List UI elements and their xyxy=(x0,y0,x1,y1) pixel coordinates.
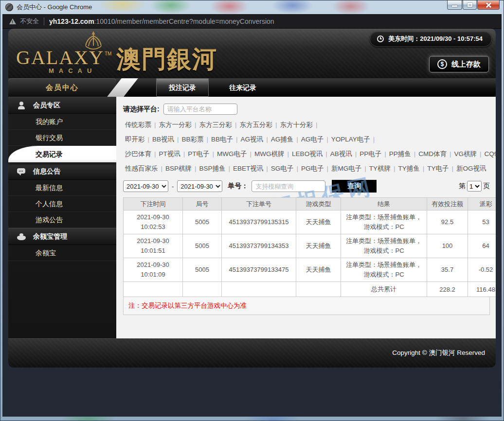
sidebar-item-游戏公告[interactable]: 游戏公告 xyxy=(8,212,116,228)
platform-link[interactable]: MWG电子 xyxy=(217,150,247,158)
platform-link[interactable]: 性感百家乐 xyxy=(125,165,158,172)
tab-投注记录[interactable]: 投注记录 xyxy=(156,78,209,97)
titlebar[interactable]: 会员中心 - Google Chrome xyxy=(0,0,504,14)
platform-link[interactable]: 沙巴体育 xyxy=(125,150,151,158)
platform-link[interactable]: 东方三分彩 xyxy=(199,121,233,128)
deposit-label: 线上存款 xyxy=(451,60,481,69)
online-deposit-button[interactable]: $ 线上存款 xyxy=(429,56,489,72)
platform-link[interactable]: BSP棋牌 xyxy=(165,165,192,172)
site-favicon-icon xyxy=(5,3,13,11)
cell-line: 2021-09-30 xyxy=(126,260,180,270)
sidebar-item-最新信息[interactable]: 最新信息 xyxy=(8,180,116,196)
platform-link[interactable]: TY棋牌 xyxy=(369,165,391,172)
platform-link[interactable]: LEBO视讯 xyxy=(292,150,323,158)
sidebar-item-我的账户[interactable]: 我的账户 xyxy=(8,114,116,130)
address-bar[interactable]: 不安全 yh123-12.com:10010/member/memberCent… xyxy=(2,14,502,29)
page-select[interactable]: 1 xyxy=(467,181,482,192)
platform-link[interactable]: BB视讯 xyxy=(152,136,174,143)
platform-link[interactable]: 新OG视讯 xyxy=(456,165,486,172)
cell-line: 注单类型：场景捕鱼账单， xyxy=(343,212,425,222)
logo-chinese-text: 澳門銀河 xyxy=(116,43,217,76)
platform-link[interactable]: TY捕鱼 xyxy=(398,165,419,172)
platform-link[interactable]: CQ9电子 xyxy=(485,150,496,158)
platform-link[interactable]: PP捕鱼 xyxy=(389,150,411,158)
platform-search-input[interactable] xyxy=(163,104,237,115)
copyright-text: Copyright © 澳门银河 Reserved xyxy=(392,349,485,357)
platform-link[interactable]: AG视讯 xyxy=(241,136,264,143)
cell-line: 35.7 xyxy=(429,265,466,275)
platform-link[interactable]: 东方一分彩 xyxy=(159,121,192,128)
platform-link[interactable]: SG电子 xyxy=(271,165,294,172)
platform-link[interactable]: 东方五分彩 xyxy=(240,121,273,128)
platform-link[interactable]: MWG棋牌 xyxy=(254,150,285,158)
platform-link[interactable]: VG棋牌 xyxy=(454,150,477,158)
platform-link[interactable]: BB彩票 xyxy=(182,136,204,143)
sidebar-section-label: 会员专区 xyxy=(33,101,60,110)
platform-link[interactable]: 传统彩票 xyxy=(125,121,151,128)
platform-link[interactable]: TY电子 xyxy=(427,165,449,172)
sidebar-item-银行交易[interactable]: 银行交易 xyxy=(8,130,116,146)
date-from-select[interactable]: 2021-09-30 xyxy=(123,180,168,192)
table-cell: 5005 xyxy=(183,258,222,282)
sidebar-item-个人信息[interactable]: 个人信息 xyxy=(8,196,116,212)
minimize-icon xyxy=(452,5,457,7)
platform-separator: | xyxy=(394,165,396,172)
platform-link[interactable]: AG电子 xyxy=(301,136,324,143)
content-panel: 金恒担保网 www.jhdb8.com 请选择平台: 传统彩票|东方一分彩|东方… xyxy=(116,97,496,338)
minimize-button[interactable] xyxy=(447,0,462,10)
main-area: 会员专区我的账户银行交易交易记录信息公告最新信息个人信息游戏公告余额宝管理余额宝… xyxy=(8,97,496,338)
sidebar-item-交易记录[interactable]: 交易记录 xyxy=(8,146,116,163)
platform-link[interactable]: BB电子 xyxy=(211,136,233,143)
column-header: 结果 xyxy=(341,198,427,210)
platform-separator: | xyxy=(235,121,237,128)
message-icon xyxy=(17,168,26,175)
platform-link[interactable]: CMD体育 xyxy=(418,150,447,158)
sidebar-item-余额宝[interactable]: 余额宝 xyxy=(8,245,116,261)
cell-line: 天天捕鱼 xyxy=(298,217,339,227)
platform-link[interactable]: PT电子 xyxy=(188,150,209,158)
platform-select-row: 请选择平台: xyxy=(123,104,490,115)
platform-link[interactable]: EBET视讯 xyxy=(233,165,263,172)
tab-往来记录[interactable]: 往来记录 xyxy=(216,78,269,97)
maximize-button[interactable] xyxy=(463,0,477,10)
member-center-title: 会员中心 xyxy=(8,78,116,97)
date-to-select[interactable]: 2021-09-30 xyxy=(177,180,222,192)
platform-separator: | xyxy=(266,165,268,172)
sidebar: 会员专区我的账户银行交易交易记录信息公告最新信息个人信息游戏公告余额宝管理余额宝 xyxy=(8,97,116,338)
sidebar-section-会员专区[interactable]: 会员专区 xyxy=(8,97,116,114)
platform-separator: | xyxy=(325,150,327,158)
cell-line: 53 xyxy=(470,217,496,227)
platform-link[interactable]: AB视讯 xyxy=(330,150,352,158)
platform-link[interactable]: PT视讯 xyxy=(159,150,180,158)
window-title: 会员中心 - Google Chrome xyxy=(17,3,92,12)
table-cell: -0.52 xyxy=(468,258,496,282)
not-secure-warning-icon[interactable] xyxy=(9,18,16,24)
security-label: 不安全 xyxy=(20,17,39,26)
platform-link[interactable]: YOPLAY电子 xyxy=(331,136,370,143)
table-cell: 45139373799135315 xyxy=(222,210,296,234)
total-cell: 228.2 xyxy=(427,282,468,297)
platform-link[interactable]: 新MG电子 xyxy=(331,165,361,172)
server-time-text: 美东时间：2021/09/30 - 10:57:54 xyxy=(388,35,483,43)
page-prefix: 第 xyxy=(459,182,466,191)
platform-separator: | xyxy=(384,150,386,158)
order-number-input[interactable] xyxy=(252,180,325,192)
table-cell: 5005 xyxy=(183,210,222,234)
sidebar-section-余额宝管理[interactable]: 余额宝管理 xyxy=(8,228,116,245)
platform-link[interactable]: 东方十分彩 xyxy=(280,121,313,128)
platform-link[interactable]: PP电子 xyxy=(360,150,381,158)
search-button[interactable]: 查询 xyxy=(332,180,377,193)
platform-separator: | xyxy=(183,150,185,158)
dollar-icon: $ xyxy=(437,59,447,69)
platform-link[interactable]: AG捕鱼 xyxy=(271,136,294,143)
platform-link[interactable]: BSP捕鱼 xyxy=(199,165,226,172)
logo-tm: TM xyxy=(105,51,111,56)
column-header: 下注单号 xyxy=(222,198,296,210)
platform-link[interactable]: 即开彩 xyxy=(125,136,145,143)
table-cell: 注单类型：场景捕鱼账单，游戏模式：PC xyxy=(341,210,427,234)
sidebar-section-信息公告[interactable]: 信息公告 xyxy=(8,163,116,180)
close-button[interactable] xyxy=(477,0,500,10)
platform-link[interactable]: PG电子 xyxy=(301,165,324,172)
ingot-icon xyxy=(17,233,26,241)
platform-separator: | xyxy=(316,121,318,128)
